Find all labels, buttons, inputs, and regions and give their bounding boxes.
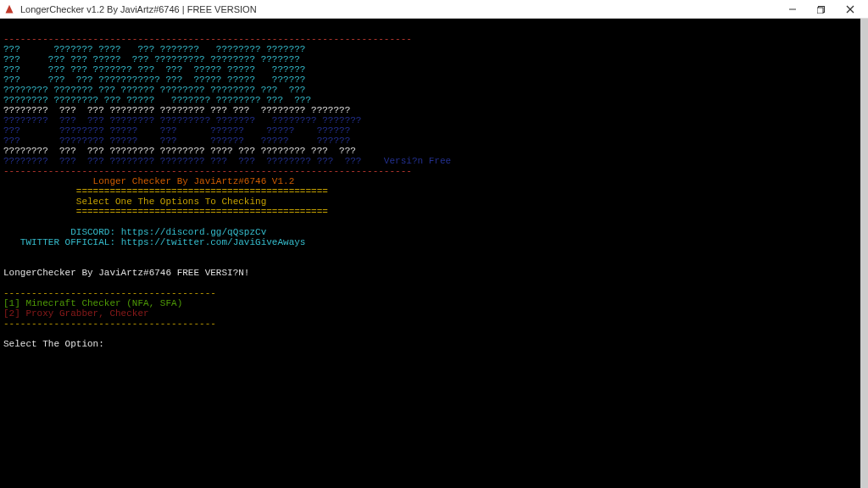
options-header: Select One The Options To Checking — [3, 197, 266, 207]
scrollbar-thumb[interactable] — [860, 19, 868, 488]
ascii-row: ??? ???????? ????? ??? ?????? ????? ????… — [3, 136, 350, 146]
menu-option-1: [1] Minecraft Checker (NFA, SFA) — [3, 298, 182, 308]
twitter-label: TWITTER OFFICIAL: — [3, 237, 121, 247]
header-text: Longer Checker By JaviArtz#6746 V1.2 — [3, 176, 294, 186]
app-icon — [3, 3, 15, 15]
close-button[interactable] — [836, 0, 865, 19]
ascii-row: ???????? ??? ??? ???????? ???????? ??? ?… — [3, 105, 350, 115]
maximize-button[interactable] — [807, 0, 836, 19]
svg-rect-2 — [817, 8, 823, 14]
scrollbar-track[interactable] — [860, 19, 868, 488]
ascii-row: ???????? ???????? ??? ????? ??????? ????… — [3, 95, 311, 105]
menu-divider: -------------------------------------- — [3, 319, 216, 329]
prompt[interactable]: Select The Option: — [3, 339, 109, 349]
status-line: LongerChecker By JaviArtz#6746 FREE VERS… — [3, 268, 249, 278]
ascii-divider-bottom: ----------------------------------------… — [3, 166, 412, 176]
version-label: Versi?n Free — [361, 156, 451, 166]
titlebar: LongerChecker v1.2 By JaviArtz#6746 | FR… — [0, 0, 868, 19]
discord-label: DISCORD: — [3, 227, 121, 237]
equals-divider: ========================================… — [3, 207, 328, 217]
window-controls — [778, 0, 865, 19]
discord-url: https://discord.gg/qQspzCv — [121, 227, 267, 237]
ascii-row: ???????? ??? ??? ???????? ????????? ????… — [3, 115, 361, 125]
terminal[interactable]: ----------------------------------------… — [0, 19, 860, 488]
minimize-button[interactable] — [778, 0, 807, 19]
twitter-url: https://twitter.com/JaviGiveAways — [121, 237, 306, 247]
ascii-row: ???????? ??????? ??? ?????? ???????? ???… — [3, 85, 305, 95]
ascii-divider-top: ----------------------------------------… — [3, 34, 412, 44]
window-title: LongerChecker v1.2 By JaviArtz#6746 | FR… — [20, 4, 778, 14]
menu-divider: -------------------------------------- — [3, 288, 216, 298]
equals-divider: ========================================… — [3, 186, 328, 197]
ascii-row: ???????? ??? ??? ???????? ???????? ???? … — [3, 146, 356, 156]
ascii-row: ??? ??????? ???? ??? ??????? ???????? ??… — [3, 44, 305, 54]
ascii-row: ??? ??? ??? ????? ??? ????????? ????????… — [3, 54, 300, 64]
ascii-row: ??? ??? ??? ??????????? ??? ????? ????? … — [3, 75, 305, 85]
ascii-row: ??? ???????? ????? ??? ?????? ????? ????… — [3, 125, 350, 136]
ascii-row: ??? ??? ??? ??????? ??? ??? ????? ????? … — [3, 64, 305, 75]
ascii-row: ???????? ??? ??? ???????? ???????? ??? ?… — [3, 156, 361, 166]
menu-option-2: [2] Proxy Grabber, Checker — [3, 308, 149, 319]
